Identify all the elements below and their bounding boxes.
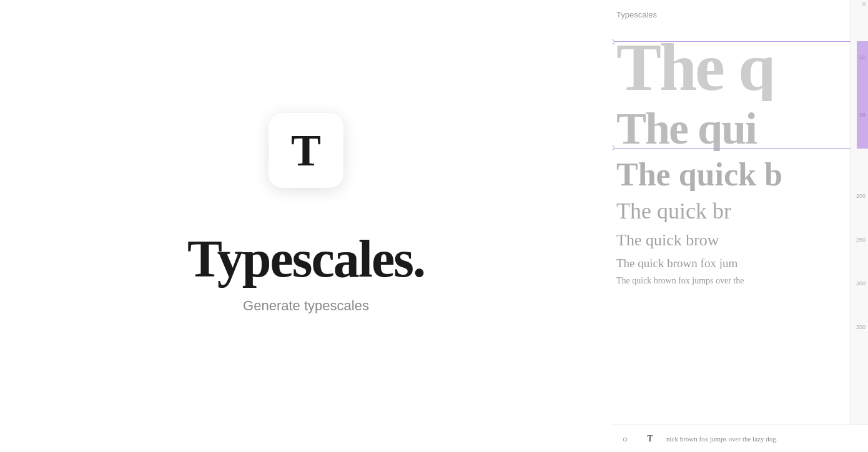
center-splash: T Typescales. Generate typescales: [0, 0, 612, 452]
type-line-small: The quick brown fox jum: [616, 257, 858, 269]
text-icon-label: T: [647, 434, 653, 444]
ruler-mark-200: 200: [856, 194, 866, 199]
right-preview-panel: Typescales The q The qui The quick b The…: [606, 0, 868, 452]
ruler-mark-0: 0: [862, 1, 866, 7]
ruler-mark-300: 300: [856, 281, 866, 287]
app-title: Typescales.: [187, 233, 425, 285]
bottom-toolbar: ○ T nick brown fox jumps over the lazy d…: [606, 425, 868, 452]
ruler-mark-350: 350: [856, 325, 866, 330]
type-line-medium: The quick br: [616, 200, 858, 222]
ruler-mark-250: 250: [856, 237, 866, 243]
app-subtitle: Generate typescales: [243, 298, 369, 314]
selection-box: [611, 41, 868, 149]
type-line-medium-large: The quick b: [616, 159, 858, 191]
t-icon-label: ○: [623, 434, 628, 444]
app-logo: T: [269, 113, 343, 188]
toolbar-preview-text: nick brown fox jumps over the lazy dog.: [666, 435, 777, 443]
toolbar-text-icon[interactable]: T: [641, 430, 659, 448]
toolbar-t-icon[interactable]: ○: [616, 430, 634, 448]
type-line-small-medium: The quick brow: [616, 232, 858, 248]
logo-letter: T: [291, 128, 321, 173]
ruler-selection-bar: [857, 41, 868, 149]
ruler: 0 50 98 200 250 300 350: [851, 0, 868, 452]
type-line-tiny: The quick brown fox jumps over the: [616, 277, 858, 285]
